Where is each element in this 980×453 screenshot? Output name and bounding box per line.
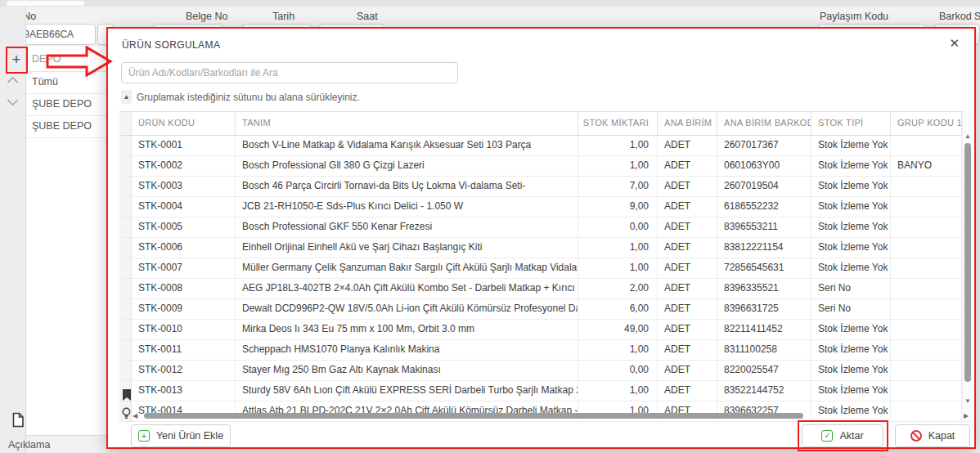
- cell-qty: 1,00: [578, 340, 658, 360]
- new-product-label: Yeni Ürün Ekle: [156, 430, 223, 442]
- table-row[interactable]: STK-0012Stayer Mıg 250 Bm Gaz Altı Kayna…: [119, 361, 973, 381]
- header-cell-stock_type[interactable]: STOK TİPİ: [811, 112, 891, 135]
- cell-unit: ADET: [658, 156, 717, 176]
- transfer-label: Aktar: [839, 430, 863, 442]
- document-icon[interactable]: [12, 412, 25, 428]
- cell-barcode: 0601063Y00: [717, 156, 811, 176]
- cell-group1: [891, 238, 962, 258]
- cell-stock_type: Stok İzleme Yok: [811, 197, 891, 217]
- cell-stock_type: Stok İzleme Yok: [811, 218, 891, 237]
- cell-qty: 2,00: [578, 279, 658, 298]
- cell-qty: 0,00: [578, 218, 658, 237]
- cell-name: Scheppach HMS1070 Planya Kalınlık Makina: [236, 340, 578, 360]
- gutter-header-cell: [119, 112, 132, 135]
- header-cell-name[interactable]: TANIM: [236, 112, 578, 135]
- lightbulb-icon[interactable]: [121, 407, 132, 420]
- table-row[interactable]: STK-0013Sturdy 58V 6Ah Lıon Çift Akülü E…: [119, 381, 973, 401]
- cell-unit: ADET: [658, 136, 717, 155]
- cell-name: Stayer Mıg 250 Bm Gaz Altı Kaynak Makina…: [236, 361, 578, 380]
- cell-group1: [891, 258, 962, 278]
- transfer-button[interactable]: ✓ Aktar: [802, 424, 883, 447]
- prohibition-icon: [910, 430, 922, 442]
- warehouse-item-sube2[interactable]: ŞUBE DEPO: [26, 116, 106, 138]
- table-body: STK-0001Bosch V-Line Matkap & Vidalama K…: [119, 136, 973, 422]
- cell-unit: ADET: [658, 320, 717, 339]
- cell-stock_type: Stok İzleme Yok: [811, 177, 891, 196]
- table-row[interactable]: STK-0007Müller Germany Çelik Şanzuman Ba…: [119, 258, 973, 279]
- warehouse-panel-header: DEPO: [26, 47, 106, 72]
- group-collapse-icon[interactable]: ▲: [121, 90, 132, 104]
- cell-qty: 9,00: [578, 197, 658, 217]
- cell-barcode: 8396553211: [717, 218, 811, 237]
- cell-barcode: 8396631725: [717, 299, 811, 319]
- cell-barcode: 72856545631: [717, 258, 811, 278]
- table-row[interactable]: STK-0002Bosch Professional Gll 380 G Çiz…: [119, 156, 973, 177]
- scroll-up-icon[interactable]: ▲: [964, 133, 971, 140]
- bookmark-icon[interactable]: [122, 389, 132, 401]
- cell-group1: [891, 361, 962, 380]
- gutter-cell: [119, 299, 132, 319]
- cell-unit: ADET: [658, 299, 717, 319]
- gutter-cell: [119, 177, 132, 196]
- cell-stock_type: Stok İzleme Yok: [811, 381, 891, 401]
- plus-box-icon: +: [138, 430, 150, 442]
- table-row[interactable]: STK-0014Attlas Atb 21 BLPD-202C 21V 2×2.…: [119, 401, 973, 422]
- cell-qty: 7,00: [578, 177, 658, 196]
- dialog-title: ÜRÜN SORGULAMA: [122, 39, 220, 51]
- vertical-scrollbar-thumb[interactable]: [964, 143, 971, 382]
- warehouse-item-sube1[interactable]: ŞUBE DEPO: [26, 94, 106, 116]
- cell-barcode: 2607019504: [717, 177, 811, 196]
- table-row[interactable]: STK-0008AEG JP18L3-402TB 2×4.0Ah Çift Ak…: [119, 279, 973, 299]
- cell-unit: ADET: [658, 177, 717, 196]
- warehouse-item-tumu[interactable]: Tümü: [26, 72, 106, 94]
- cell-qty: 49,00: [578, 320, 658, 339]
- scroll-down-icon[interactable]: ▼: [964, 398, 971, 405]
- barkod-label: Barkod Sor: [939, 11, 980, 22]
- table-row[interactable]: STK-0009Dewalt DCD996P2-QW 18V/5.0Ah Li-…: [119, 299, 973, 320]
- cell-name: Bosch 46 Parça Circirli Tornavi-da Bits …: [236, 177, 578, 196]
- paylasim-label: Paylaşım Kodu: [820, 11, 888, 22]
- scroll-right-icon[interactable]: ▶: [964, 413, 969, 419]
- warehouse-panel: DEPO Tümü ŞUBE DEPO ŞUBE DEPO: [26, 47, 106, 436]
- belgeno-label: Belge No: [186, 11, 227, 22]
- table-row[interactable]: STK-0004JCB 21-RH1050-E Sds-Plus Kırıcı …: [119, 197, 973, 218]
- cell-qty: 6,00: [578, 299, 658, 319]
- table-row[interactable]: STK-0005Bosch Professional GKF 550 Kenar…: [119, 218, 973, 238]
- cell-barcode: 8396335521: [717, 279, 811, 298]
- table-row[interactable]: STK-0006Einhell Orijinal Einhell Akü ve …: [119, 238, 973, 258]
- cell-stock_type: Seri No: [811, 299, 891, 319]
- table-row[interactable]: STK-0010Mirka Deos Iı 343 Eu 75 mm x 100…: [119, 320, 973, 340]
- gutter-cell: [119, 320, 132, 339]
- group-drop-hint: Gruplamak istediğiniz sütunu bu alana sü…: [137, 92, 360, 103]
- header-cell-qty[interactable]: STOK MİKTARI: [578, 112, 658, 135]
- table-row[interactable]: STK-0001Bosch V-Line Matkap & Vidalama K…: [119, 136, 973, 156]
- cell-code: STK-0009: [132, 299, 236, 319]
- cell-qty: 0,00: [578, 361, 658, 380]
- header-cell-barcode[interactable]: ANA BİRİM BARKODU: [717, 112, 811, 135]
- table-row[interactable]: STK-0011Scheppach HMS1070 Planya Kalınlı…: [119, 340, 973, 361]
- cell-group1: [891, 320, 962, 339]
- close-icon[interactable]: ✕: [949, 36, 960, 51]
- aciklama-label: Açıklama: [8, 439, 50, 451]
- table-row[interactable]: STK-0003Bosch 46 Parça Circirli Tornavi-…: [119, 177, 973, 197]
- horizontal-scrollbar-thumb[interactable]: [144, 413, 803, 419]
- cell-group1: [891, 401, 962, 421]
- cell-unit: ADET: [658, 340, 717, 360]
- scroll-left-icon[interactable]: ◀: [133, 413, 137, 419]
- cell-unit: ADET: [658, 197, 717, 217]
- cell-unit: ADET: [658, 238, 717, 258]
- top-strip: [0, 0, 980, 7]
- header-cell-unit[interactable]: ANA BİRİM: [658, 112, 717, 135]
- add-warehouse-button[interactable]: +: [7, 49, 25, 70]
- product-search-input[interactable]: [121, 62, 458, 83]
- header-cell-group1[interactable]: GRUP KODU 1: [891, 112, 962, 135]
- header-cell-code[interactable]: ÜRÜN KODU: [132, 112, 236, 135]
- cell-name: Dewalt DCD996P2-QW 18V/5.0Ah Li-ion Çift…: [236, 299, 578, 319]
- product-table: ÜRÜN KODUTANIMSTOK MİKTARIANA BİRİMANA B…: [119, 111, 973, 410]
- cell-group1: [891, 279, 962, 298]
- close-button[interactable]: Kapat: [895, 424, 970, 447]
- new-product-button[interactable]: + Yeni Ürün Ekle: [131, 424, 231, 447]
- cell-code: STK-0001: [132, 136, 236, 155]
- cell-group1: [891, 340, 962, 360]
- top-scrollbar-thumb[interactable]: [7, 1, 84, 6]
